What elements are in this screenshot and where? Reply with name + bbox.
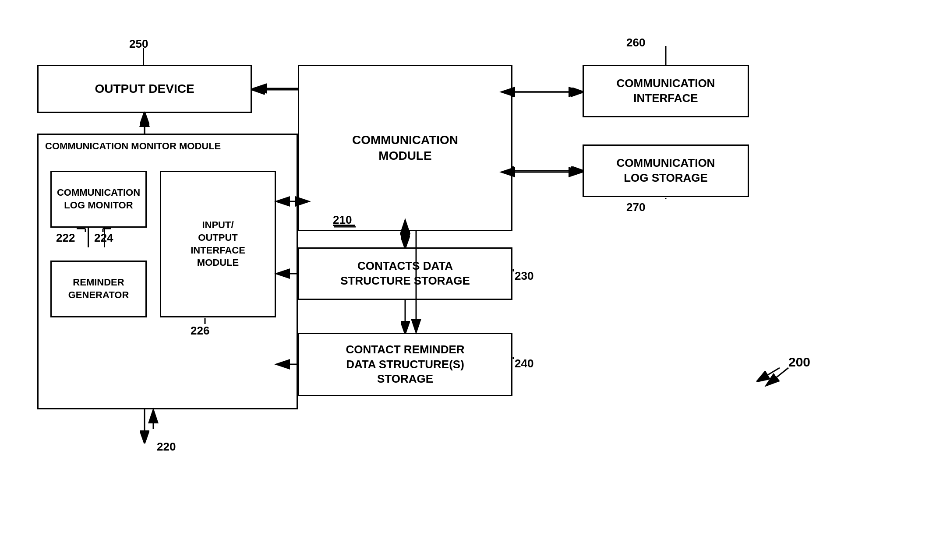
output-device-box: OUTPUT DEVICE bbox=[37, 65, 252, 113]
communication-monitor-module-label: COMMUNICATION MONITOR MODULE bbox=[45, 140, 221, 153]
communication-log-monitor-label: COMMUNICATIONLOG MONITOR bbox=[57, 187, 140, 211]
reminder-generator-box: REMINDERGENERATOR bbox=[50, 261, 147, 317]
io-interface-module-box: INPUT/OUTPUTINTERFACEMODULE bbox=[160, 171, 276, 317]
io-interface-module-label: INPUT/OUTPUTINTERFACEMODULE bbox=[191, 219, 245, 269]
label-250: 250 bbox=[129, 37, 148, 51]
communication-module-box: COMMUNICATIONMODULE bbox=[298, 65, 512, 231]
communication-log-storage-box: COMMUNICATIONLOG STORAGE bbox=[583, 144, 749, 197]
label-230: 230 bbox=[515, 269, 533, 283]
communication-interface-box: COMMUNICATIONINTERFACE bbox=[583, 65, 749, 117]
contact-reminder-data-label: CONTACT REMINDERDATA STRUCTURE(S)STORAGE bbox=[346, 342, 464, 387]
label-260: 260 bbox=[626, 36, 645, 49]
communication-module-label: COMMUNICATIONMODULE bbox=[352, 132, 458, 164]
contacts-data-structure-box: CONTACTS DATASTRUCTURE STORAGE bbox=[298, 247, 512, 300]
output-device-label: OUTPUT DEVICE bbox=[95, 81, 194, 97]
communication-log-storage-label: COMMUNICATIONLOG STORAGE bbox=[617, 156, 715, 186]
label-240: 240 bbox=[515, 357, 533, 370]
svg-line-36 bbox=[766, 368, 788, 385]
label-226: 226 bbox=[191, 324, 209, 338]
label-220: 220 bbox=[157, 440, 176, 454]
label-200: 200 bbox=[788, 355, 810, 370]
svg-line-14 bbox=[758, 368, 780, 381]
label-270: 270 bbox=[626, 201, 645, 214]
reminder-generator-label: REMINDERGENERATOR bbox=[68, 276, 129, 301]
contacts-data-structure-label: CONTACTS DATASTRUCTURE STORAGE bbox=[340, 259, 470, 289]
diagram-container: OUTPUT DEVICE COMMUNICATIONMODULE COMMUN… bbox=[0, 0, 936, 560]
communication-log-monitor-box: COMMUNICATIONLOG MONITOR bbox=[50, 171, 147, 228]
contact-reminder-data-box: CONTACT REMINDERDATA STRUCTURE(S)STORAGE bbox=[298, 333, 512, 396]
label-222: 222 bbox=[56, 231, 75, 245]
communication-interface-label: COMMUNICATIONINTERFACE bbox=[617, 76, 715, 106]
